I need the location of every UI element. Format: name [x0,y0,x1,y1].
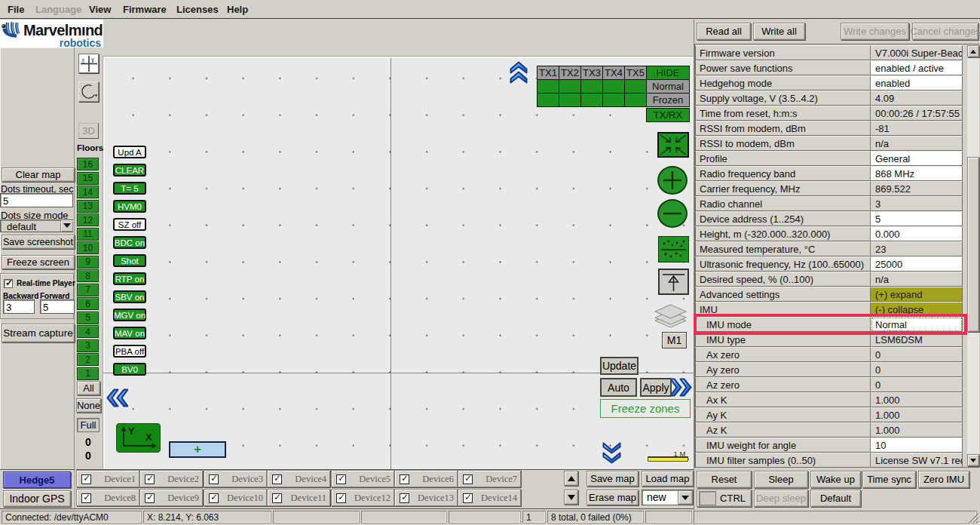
svg-text:x: x [82,57,85,63]
svg-text:y: y [91,56,94,63]
svg-text:Y: Y [128,425,135,437]
svg-text:X: X [145,431,152,443]
